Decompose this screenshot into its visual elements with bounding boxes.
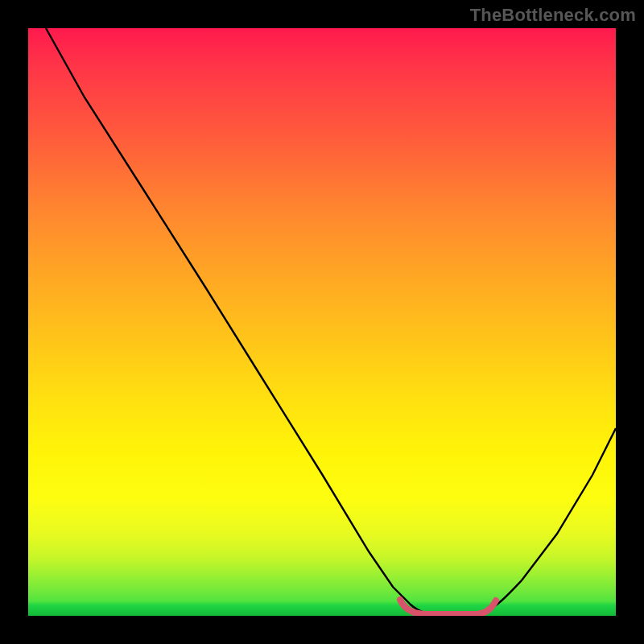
chart-svg: [28, 28, 616, 616]
plot-area: [28, 28, 616, 616]
bottleneck-curve: [46, 28, 616, 616]
watermark-text: TheBottleneck.com: [470, 5, 636, 26]
